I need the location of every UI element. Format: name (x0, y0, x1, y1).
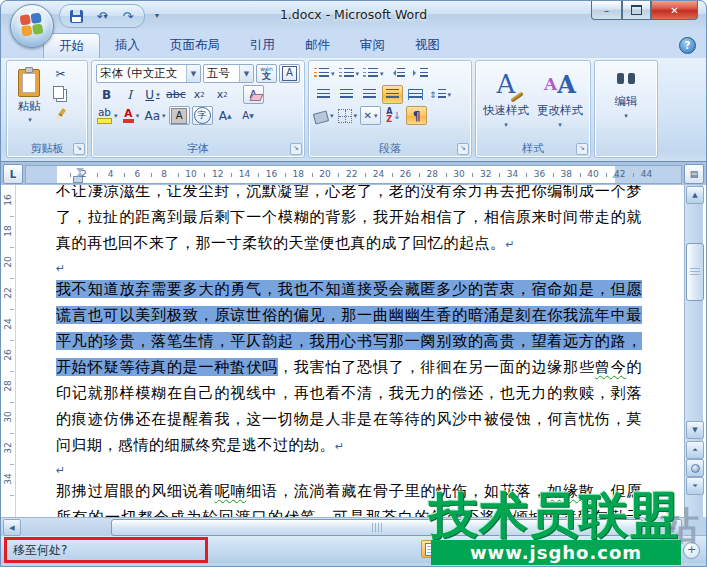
vertical-ruler[interactable]: 16182022242628303234 (1, 185, 16, 517)
change-case-dropdown-icon[interactable]: ▾ (162, 112, 166, 120)
text-run[interactable]: ，我害怕了恐惧了，徘徊在另一面的边缘那些 (278, 358, 595, 376)
paragraph[interactable]: 那拂过眉眼的风细说着呢喃细语，流淌着藏在骨子里的忧伤，如花落，如缘散，但愿所有的… (56, 478, 642, 517)
horizontal-ruler[interactable]: 2468101214161820222426283032343638404244 (25, 165, 682, 184)
format-painter-button[interactable] (50, 104, 71, 123)
numbering-dropdown-icon[interactable]: ▾ (356, 70, 360, 78)
scroll-left-button[interactable]: ◀ (3, 519, 21, 536)
strikethrough-button[interactable]: abc (165, 85, 187, 104)
print-layout-view-button[interactable] (421, 540, 440, 558)
change-styles-button[interactable]: AA 更改样式 ▾ (534, 64, 586, 142)
decrease-indent-button[interactable] (387, 64, 408, 83)
distribute-button[interactable] (405, 85, 426, 104)
font-dialog-launcher-icon[interactable]: ↘ (290, 143, 302, 155)
sort-button[interactable]: AZ↓ (383, 106, 404, 125)
line-spacing-button[interactable]: ⇕▾ (428, 85, 452, 104)
tab-references[interactable]: 引用 (235, 33, 290, 58)
superscript-button[interactable]: x2 (212, 85, 233, 104)
scroll-down-button[interactable]: ▼ (686, 421, 704, 439)
bullets-dropdown-icon[interactable]: ▾ (331, 70, 335, 78)
paragraph[interactable]: ↵ (56, 460, 642, 478)
vertical-scroll-thumb[interactable] (686, 243, 704, 301)
tab-stop-selector[interactable]: L (3, 164, 23, 184)
text-run[interactable]: 那拂过眉眼的风细说着 (56, 482, 214, 500)
browse-object-button[interactable] (686, 459, 704, 477)
borders-button[interactable]: ▾ (337, 106, 359, 125)
paragraph-dialog-launcher-icon[interactable]: ↘ (457, 143, 469, 155)
highlight-dropdown-icon[interactable]: ▾ (114, 112, 118, 120)
font-size-combo[interactable]: 五号▼ (203, 64, 254, 83)
justify-button[interactable] (382, 85, 403, 104)
tab-page-layout[interactable]: 页面布局 (155, 33, 235, 58)
close-button[interactable]: ✕ (651, 1, 698, 20)
office-button[interactable] (10, 4, 54, 48)
asian-layout-button[interactable]: ✕▾ (360, 106, 381, 125)
vertical-scrollbar[interactable]: ▲ ▼ ⏶ ⏷ (684, 185, 703, 517)
align-left-button[interactable] (313, 85, 334, 104)
change-styles-dropdown-icon[interactable]: ▾ (558, 121, 562, 129)
text-run[interactable]: 细语，流淌着藏在骨子里的忧伤，如花落， (246, 482, 547, 500)
subscript-button[interactable]: x2 (189, 85, 210, 104)
clear-formatting-button[interactable]: A (243, 85, 264, 104)
numbering-button[interactable]: ▾ (338, 64, 361, 83)
align-right-button[interactable] (359, 85, 380, 104)
shading-dropdown-icon[interactable]: ▾ (330, 112, 334, 120)
redo-button[interactable]: ↷ (118, 7, 138, 25)
shrink-font-button[interactable]: A▼ (238, 106, 259, 125)
editing-button[interactable]: 编辑 ▾ (599, 64, 653, 157)
font-name-dropdown-icon[interactable]: ▼ (186, 65, 200, 82)
fullscreen-reading-view-button[interactable] (441, 540, 460, 558)
paste-dropdown-icon[interactable]: ▾ (28, 116, 32, 124)
bold-button[interactable]: B (96, 85, 117, 104)
character-shading-button[interactable]: A (169, 106, 190, 125)
maximize-button[interactable] (622, 1, 651, 20)
asian-layout-dropdown-icon[interactable]: ▾ (374, 112, 378, 120)
paragraph[interactable]: 不让凄凉滋生，让发尘封，沉默凝望，心老了，老的没有余力再去把你编制成一个梦了，拉… (56, 185, 642, 258)
document-area[interactable]: 16182022242628303234 不让凄凉滋生，让发尘封，沉默凝望，心老… (1, 185, 706, 517)
scroll-up-button[interactable]: ▲ (686, 186, 704, 204)
tab-view[interactable]: 视图 (400, 33, 455, 58)
font-color-dropdown-icon[interactable]: ▾ (136, 112, 140, 120)
underline-button[interactable]: U▾ (142, 85, 163, 104)
quick-styles-button[interactable]: A 快速样式 ▾ (480, 64, 532, 142)
cut-button[interactable]: ✂ (50, 64, 71, 83)
zoom-in-button[interactable]: + (683, 542, 700, 559)
shading-button[interactable]: ▾ (313, 106, 335, 125)
font-size-dropdown-icon[interactable]: ▼ (239, 65, 253, 82)
web-layout-view-button[interactable] (461, 540, 480, 558)
align-center-button[interactable] (336, 85, 357, 104)
font-name-combo[interactable]: 宋体 (中文正文▼ (96, 64, 201, 83)
next-page-button[interactable]: ⏷ (686, 477, 704, 495)
undo-button[interactable]: ↶▾ (92, 7, 112, 25)
scroll-right-button[interactable]: ▶ (664, 519, 682, 536)
paragraph[interactable]: 我不知道放弃需要多大的勇气，我也不知道接受会藏匿多少的苦衷，宿命如是，但愿谎言也… (56, 276, 642, 460)
clipboard-dialog-launcher-icon[interactable]: ↘ (73, 143, 85, 155)
copy-button[interactable] (50, 84, 71, 103)
font-color-button[interactable]: A▾ (121, 106, 142, 125)
paragraph[interactable]: ↵ (56, 258, 642, 276)
borders-dropdown-icon[interactable]: ▾ (354, 112, 358, 120)
multilevel-list-button[interactable]: ▾ (362, 64, 385, 83)
multilevel-dropdown-icon[interactable]: ▾ (380, 70, 384, 78)
customize-qat-button[interactable]: ▾ (149, 7, 165, 23)
tab-review[interactable]: 审阅 (345, 33, 400, 58)
show-hide-marks-button[interactable]: ¶ (406, 106, 427, 125)
underline-dropdown-icon[interactable]: ▾ (156, 91, 160, 99)
phonetic-guide-button[interactable]: wén文 (256, 64, 277, 83)
text-run[interactable]: 笔能 (431, 508, 464, 517)
grow-font-button[interactable]: A▲ (215, 106, 236, 125)
italic-button[interactable]: I (119, 85, 140, 104)
text-highlight-button[interactable]: ab▾ (96, 106, 119, 125)
character-border-button[interactable]: A (279, 64, 300, 83)
text-run[interactable]: 不让凄凉滋生，让发尘封，沉默凝望，心老了，老的没有余力再去把你编制成一个梦了，拉… (56, 185, 642, 252)
styles-dialog-launcher-icon[interactable]: ↘ (576, 143, 588, 155)
tab-insert[interactable]: 插入 (100, 33, 155, 58)
paste-button[interactable]: 粘贴 ▾ (11, 64, 47, 130)
draft-view-button[interactable] (481, 540, 500, 558)
minimize-button[interactable]: – (591, 1, 622, 20)
tab-home[interactable]: 开始 (43, 33, 100, 58)
tab-mailings[interactable]: 邮件 (290, 33, 345, 58)
save-button[interactable] (66, 7, 86, 25)
text-run[interactable]: 如缘散 (547, 482, 595, 500)
ruler-toggle-button[interactable]: ▤ (684, 164, 704, 184)
quick-styles-dropdown-icon[interactable]: ▾ (504, 121, 508, 129)
